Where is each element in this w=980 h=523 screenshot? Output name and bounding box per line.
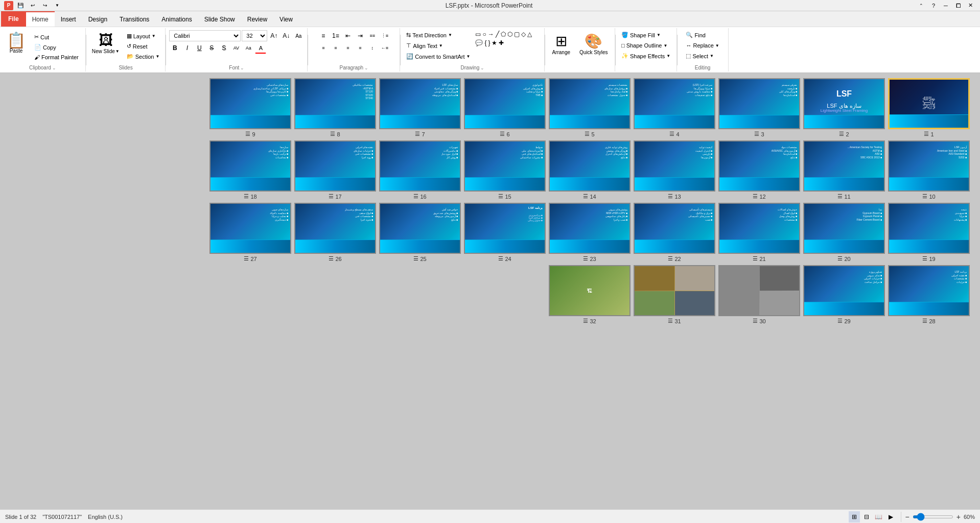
normal-view-btn[interactable]: ⊞: [849, 511, 860, 522]
slide-sorter-btn[interactable]: ⊟: [861, 511, 872, 522]
close-btn[interactable]: ✕: [965, 1, 976, 11]
quick-styles-button[interactable]: 🎨 Quick Styles: [576, 30, 612, 69]
slide-thumb-15[interactable]: ضوابط■ آیین‌نامه‌های ملی■ استانداردهای ف…: [464, 140, 546, 192]
save-quick-btn[interactable]: 💾: [15, 1, 26, 11]
tab-insert[interactable]: Insert: [55, 11, 82, 27]
shape-effects-btn[interactable]: ✨ Shape Effects ▼: [619, 51, 673, 61]
slide-thumb-22[interactable]: سیستم‌های تأسیساتی■ برق و مکانیک■ مسیرها…: [634, 203, 715, 254]
shadow-btn[interactable]: S: [218, 42, 229, 54]
bold-btn[interactable]: B: [169, 42, 180, 54]
slide-thumb-21[interactable]: جوش‌ها و اتصالات■ انواع اتصال■ روش‌های و…: [718, 203, 800, 254]
rounded-rect-shape[interactable]: ▢: [514, 30, 520, 38]
ellipse-shape[interactable]: ○: [482, 30, 486, 38]
ribbon-toggle-btn[interactable]: ⌃: [916, 1, 927, 11]
zoom-out-btn[interactable]: −: [905, 513, 909, 521]
cut-button[interactable]: ✂ Cut: [32, 32, 81, 42]
slide-thumb-30[interactable]: [718, 265, 800, 316]
drawing-expand-btn[interactable]: ⌄: [480, 65, 484, 70]
slide-thumb-2[interactable]: LSF سازه های LSF Lightweight Steel Frami…: [803, 78, 885, 129]
strikethrough-btn[interactable]: S: [206, 42, 217, 54]
slide-thumb-25[interactable]: خواص ضد آتش■ پوشش‌های ضد حریق■ آزمون‌های…: [379, 203, 461, 254]
zoom-in-btn[interactable]: +: [956, 513, 961, 521]
slide-thumb-31[interactable]: [634, 265, 715, 316]
zoom-slider[interactable]: [913, 515, 953, 518]
align-text-btn[interactable]: ⊤ Align Text ▼: [404, 41, 473, 51]
tab-transitions[interactable]: Transitions: [113, 11, 155, 27]
find-btn[interactable]: 🔍 Find: [683, 30, 721, 40]
slide-thumb-1[interactable]: ﷺ: [888, 78, 970, 129]
section-button[interactable]: 📂 Section ▼: [124, 52, 162, 61]
reading-view-btn[interactable]: 📖: [873, 511, 884, 522]
select-btn[interactable]: ⬚ Select ▼: [683, 51, 721, 61]
triangle-shape[interactable]: △: [527, 30, 532, 38]
convert-smartart-btn[interactable]: 🔄 Convert to SmartArt ▼: [404, 52, 473, 61]
clear-format-btn[interactable]: Aa: [293, 30, 304, 41]
tab-review[interactable]: Review: [241, 11, 273, 27]
font-color-btn[interactable]: A: [255, 42, 266, 54]
replace-btn[interactable]: ↔ Replace ▼: [683, 41, 721, 50]
slide-thumb-23[interactable]: پوشش‌های بیرونی■ MDF+HDF+UPV■ پانل‌های س…: [549, 203, 631, 254]
bullets-btn[interactable]: ≡: [318, 30, 329, 41]
layout-button[interactable]: ▦ Layout ▼: [124, 31, 162, 41]
slideshow-btn[interactable]: ▶: [885, 511, 897, 522]
reset-button[interactable]: ↺ Reset: [124, 41, 162, 51]
para-expand-btn[interactable]: ⌄: [364, 65, 368, 70]
cols-btn[interactable]: ≡≡: [367, 30, 378, 41]
redo-quick-btn[interactable]: ↪: [40, 1, 50, 11]
slide-thumb-19[interactable]: نتیجه■ جمع‌بندی■ مزایا■ پیشنهادات: [888, 203, 970, 254]
pentagon-shape[interactable]: ⬠: [500, 30, 506, 38]
bracket-shape[interactable]: {: [484, 39, 487, 47]
slide-thumb-28[interactable]: برنامه LSF■ نقشه اجرایی■ مشخصات■ جزئیات: [888, 265, 970, 316]
align-right-btn[interactable]: ≡: [342, 42, 354, 54]
slide-thumb-10[interactable]: آزمون LSR■ American Iron and Steel■ AISI…: [888, 140, 970, 192]
line-spacing-btn[interactable]: ↕: [367, 42, 378, 54]
decrease-font-btn[interactable]: A↓: [281, 30, 292, 41]
arrange-button[interactable]: ⊞ Arrange: [548, 30, 574, 69]
slide-thumb-11[interactable]: American Society for Testing...■ ASTM■ A…: [803, 140, 885, 192]
shape-fill-btn[interactable]: 🪣 Shape Fill ▼: [619, 30, 673, 40]
arrow-shape[interactable]: →: [487, 30, 495, 38]
customize-quick-btn[interactable]: ▼: [52, 1, 62, 11]
smart-art-btn[interactable]: ⋮≡: [379, 30, 390, 41]
new-slide-button[interactable]: 🖼 New Slide ▼: [89, 30, 122, 56]
slide-thumb-6[interactable]: تکنولوژی■ روش‌های اجرایی■ مزایا و معایب■…: [464, 78, 546, 129]
brace-shape[interactable]: }: [487, 39, 491, 47]
font-size-select[interactable]: 32: [242, 30, 267, 41]
slide-thumb-18[interactable]: سازه‌ها■ بارگذاری سازه‌ای■ ترکیب بارها■ …: [209, 140, 291, 192]
restore-btn[interactable]: ⧠: [952, 1, 964, 11]
slide-thumb-16[interactable]: تجهیزات■ ماشین‌آلات■ ابزار مورد نیاز■ رو…: [379, 140, 461, 192]
help-btn[interactable]: ?: [928, 1, 939, 11]
copy-button[interactable]: 📄 Copy: [32, 42, 81, 52]
tab-design[interactable]: Design: [82, 11, 113, 27]
slide-thumb-27[interactable]: سازه‌های چوبی■ مقایسه با فولاد■ معایب و …: [209, 203, 291, 254]
line-shape[interactable]: ╱: [495, 30, 500, 38]
italic-btn[interactable]: I: [181, 42, 193, 54]
slide-thumb-17[interactable]: نقشه‌های اجرایی■ جزئیات سازه‌ای■ مشخصات …: [294, 140, 376, 192]
slide-thumb-26[interactable]: سقف‌های مسطح و شیبدار■ انواع سقف■ مشخصات…: [294, 203, 376, 254]
slide-thumb-24[interactable]: برنامه LSF ■ برنامه‌ریزی■ مراحل اجرا■ جد…: [464, 203, 546, 254]
align-left-btn[interactable]: ≡: [318, 42, 329, 54]
align-center-btn[interactable]: ≡: [330, 42, 341, 54]
minimize-btn[interactable]: ─: [940, 1, 951, 11]
slide-thumb-32[interactable]: 🏗: [549, 265, 631, 316]
slide-panel[interactable]: سازه‌های ساختمانی■ مزایای LSF در ساختمان…: [0, 73, 980, 509]
paste-button[interactable]: 📋 Paste: [4, 31, 28, 55]
hexagon-shape[interactable]: ⬡: [507, 30, 513, 38]
star-shape[interactable]: ★: [491, 39, 498, 47]
decrease-indent-btn[interactable]: ⇤: [342, 30, 354, 41]
increase-indent-btn[interactable]: ⇥: [355, 30, 366, 41]
underline-btn[interactable]: U: [194, 42, 205, 54]
diamond-shape[interactable]: ◇: [521, 30, 526, 38]
plus-shape[interactable]: ✚: [498, 39, 504, 47]
justify-btn[interactable]: ≡: [355, 42, 366, 54]
slide-thumb-3[interactable]: معرفی سیستم■ تاریخچه■ ویژگی‌های کلی■ است…: [718, 78, 800, 129]
format-painter-button[interactable]: 🖌 Format Painter: [32, 53, 81, 62]
rect-shape[interactable]: ▭: [475, 30, 481, 38]
slide-thumb-7[interactable]: سازه‌های LSF■ مشخصات فنی اجزاء■ ویژگی‌ها…: [379, 78, 461, 129]
rtl-btn[interactable]: ←≡: [379, 42, 390, 54]
callout-shape[interactable]: 💬: [475, 39, 483, 47]
font-expand-btn[interactable]: ⌄: [240, 65, 244, 70]
numbering-btn[interactable]: 1≡: [330, 30, 341, 41]
tab-home[interactable]: Home: [26, 11, 55, 27]
increase-font-btn[interactable]: A↑: [268, 30, 279, 41]
